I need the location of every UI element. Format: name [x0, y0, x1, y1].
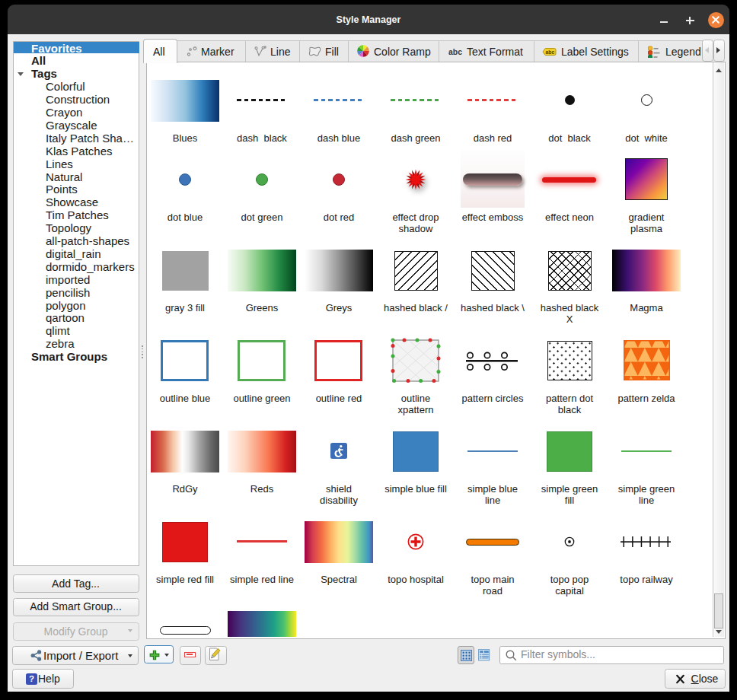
svg-text:abc: abc [546, 49, 555, 54]
svg-text:abc: abc [448, 48, 462, 56]
